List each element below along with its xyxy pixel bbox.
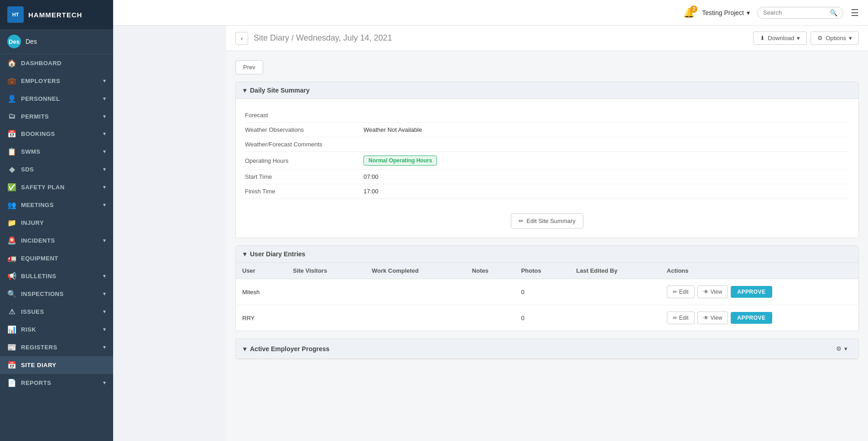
project-selector[interactable]: Testing Project ▾ [702,9,750,16]
pencil-icon: ✏ [673,289,677,295]
hamburger-menu[interactable]: ☰ [851,7,859,18]
eye-icon: 👁 [703,315,709,321]
cell-actions-0: ✏ Edit 👁 View APPROVE [660,279,858,305]
warning-icon: ⚠ [7,307,16,316]
col-work-completed: Work Completed [365,263,466,279]
notification-badge: 2 [690,5,697,13]
chevron-icon: ▾ [103,291,106,297]
cell-notes-1 [466,305,515,331]
sidebar-item-bookings[interactable]: 📅 BOOKINGS ▾ [0,125,113,143]
edit-site-summary-button[interactable]: ✏ Edit Site Summary [511,213,583,228]
sidebar-item-injury[interactable]: 📁 INJURY [0,214,113,232]
search-icon: 🔍 [7,290,16,298]
gear-icon: ⚙ [817,35,823,42]
chevron-icon: ▾ [103,149,106,155]
cell-last-edited-0 [570,279,660,305]
pencil-icon: ✏ [673,315,677,321]
download-button[interactable]: ⬇ Download ▾ [753,31,807,45]
sidebar-item-reports[interactable]: 📄 REPORTS ▾ [0,374,113,392]
diary-icon: 📅 [7,361,16,369]
sidebar-item-sds[interactable]: ◆ SDS ▾ [0,161,113,178]
avatar: Des [7,35,21,48]
cell-actions-1: ✏ Edit 👁 View APPROVE [660,305,858,331]
weather-obs-row: Weather Observations Weather Not Availab… [245,123,849,137]
truck-icon: 🚛 [7,254,16,263]
sidebar-item-incidents[interactable]: 🚨 INCIDENTS ▾ [0,232,113,249]
weather-comments-label: Weather/Forecast Comments [245,141,364,148]
col-last-edited: Last Edited By [570,263,660,279]
back-icon: ‹ [241,35,243,42]
sidebar-item-swms[interactable]: 📋 SWMS ▾ [0,143,113,161]
sidebar-item-registers[interactable]: 📰 REGISTERS ▾ [0,338,113,356]
table-row: Mitesh 0 ✏ Edit [236,279,858,305]
sidebar-label-bookings: BOOKINGS [21,130,55,137]
daily-summary-body: Forecast Weather Observations Weather No… [236,99,858,238]
chevron-icon: ▾ [103,327,106,332]
sidebar-item-issues[interactable]: ⚠ ISSUES ▾ [0,303,113,321]
check-icon: ✅ [7,183,16,192]
chevron-icon: ▾ [103,380,106,386]
sidebar-item-safety-plan[interactable]: ✅ SAFETY PLAN ▾ [0,178,113,196]
options-button[interactable]: ⚙ Options ▾ [811,31,859,45]
sidebar-item-meetings[interactable]: 👥 MEETINGS ▾ [0,196,113,214]
chevron-icon: ▾ [103,166,106,172]
sidebar-label-bulletins: BULLETINS [21,273,56,280]
diary-table-head: User Site Visitors Work Completed Notes … [236,263,858,279]
home-icon: 🏠 [7,59,16,67]
edit-button-1[interactable]: ✏ Edit [667,311,695,324]
active-employer-header[interactable]: ▾ Active Employer Progress ⚙ ▾ [236,339,858,359]
start-time-value: 07:00 [364,173,379,180]
user-row[interactable]: Des Des [0,29,113,54]
chevron-icon: ▾ [103,131,106,137]
sidebar-label-permits: PERMITS [21,113,49,120]
logo-icon: HT [7,6,24,23]
actions-group-0: ✏ Edit 👁 View APPROVE [667,285,852,298]
sidebar-item-equipment[interactable]: 🚛 EQUIPMENT [0,249,113,267]
sidebar-item-personnel[interactable]: 👤 PERSONNEL ▾ [0,90,113,108]
finish-time-value: 17:00 [364,188,379,195]
back-button[interactable]: ‹ [235,32,248,45]
view-button-0[interactable]: 👁 View [697,285,728,298]
cell-site-visitors-0 [286,279,365,305]
search-box[interactable]: 🔍 [757,7,843,19]
user-diary-section: ▾ User Diary Entries User Site Visitors … [235,245,859,331]
sidebar-item-dashboard[interactable]: 🏠 DASHBOARD [0,54,113,72]
group-icon: 👥 [7,201,16,209]
view-button-1[interactable]: 👁 View [697,311,728,324]
approve-button-1[interactable]: APPROVE [731,312,772,324]
table-row: RRY 0 ✏ Edit [236,305,858,331]
sidebar-item-risk[interactable]: 📊 RISK ▾ [0,321,113,338]
notification-button[interactable]: 🔔 2 [683,7,695,18]
prev-button[interactable]: Prev [235,60,263,74]
user-diary-header[interactable]: ▾ User Diary Entries [236,246,858,263]
edit-button-0[interactable]: ✏ Edit [667,285,695,298]
cell-photos-0: 0 [515,279,570,305]
sidebar-label-issues: ISSUES [21,308,44,315]
user-diary-body: User Site Visitors Work Completed Notes … [236,263,858,331]
active-employer-settings-button[interactable]: ⚙ ▾ [832,343,851,354]
sidebar-item-employers[interactable]: 💼 EMPLOYERS ▾ [0,72,113,90]
sidebar-item-inspections[interactable]: 🔍 INSPECTIONS ▾ [0,285,113,303]
start-time-label: Start Time [245,173,364,180]
chevron-down-icon: ▾ [243,250,246,258]
approve-button-0[interactable]: APPROVE [731,286,772,298]
main-content: ‹ Site Diary / Wednesday, July 14, 2021 … [226,26,868,441]
daily-summary-title: Daily Site Summary [250,87,310,94]
chevron-icon: ▾ [103,309,106,315]
sidebar-item-site-diary[interactable]: 📅 SITE DIARY [0,356,113,374]
sidebar-item-bulletins[interactable]: 📢 BULLETINS ▾ [0,267,113,285]
chevron-icon: ▾ [103,96,106,102]
weather-comments-row: Weather/Forecast Comments [245,137,849,152]
search-input[interactable] [763,9,827,16]
cell-photos-1: 0 [515,305,570,331]
sidebar-label-dashboard: DASHBOARD [21,60,62,67]
gear-icon: ⚙ [836,345,842,352]
chevron-icon: ▾ [103,114,106,119]
daily-summary-header[interactable]: ▾ Daily Site Summary [236,82,858,99]
col-actions: Actions [660,263,858,279]
sidebar-item-permits[interactable]: 🗂 PERMITS ▾ [0,108,113,125]
sidebar-label-swms: SWMS [21,148,40,155]
clipboard-icon: 📋 [7,147,16,156]
sidebar-label-site-diary: SITE DIARY [21,362,56,368]
report-icon: 📄 [7,379,16,387]
